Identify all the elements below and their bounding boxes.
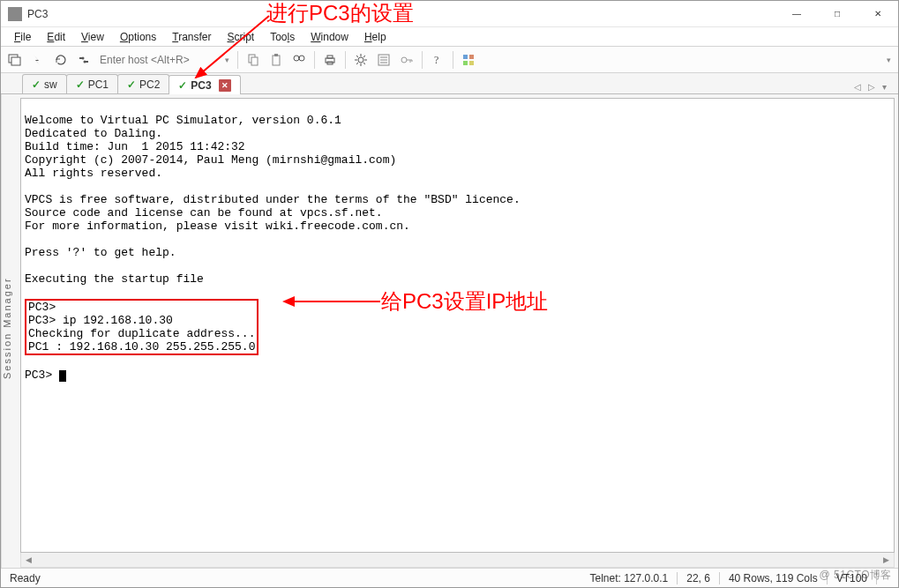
tab-bar: ✓sw ✓PC1 ✓PC2 ✓PC3✕ ◁ ▷ ▾ <box>1 73 898 94</box>
quick-connect-icon[interactable] <box>27 49 49 71</box>
svg-line-19 <box>363 63 365 64</box>
minimize-button[interactable]: — <box>776 1 817 27</box>
app-icon <box>8 7 22 21</box>
tab-nav: ◁ ▷ ▾ <box>851 80 895 93</box>
find-icon[interactable] <box>288 49 310 71</box>
toolbar-separator <box>237 51 238 69</box>
tab-label: PC2 <box>139 78 160 91</box>
svg-rect-11 <box>327 56 333 58</box>
menu-transfer[interactable]: Transfer <box>166 29 217 45</box>
svg-point-8 <box>294 56 299 61</box>
maximize-button[interactable]: □ <box>817 1 858 27</box>
tab-label: PC1 <box>88 78 109 91</box>
annotation-highlight-box: PC3> PC3> ip 192.168.10.30 Checking for … <box>25 299 258 355</box>
menu-file[interactable]: File <box>8 29 37 45</box>
toolbar-separator <box>345 51 346 69</box>
svg-point-3 <box>84 60 86 63</box>
svg-rect-34 <box>469 61 474 65</box>
title-bar: PC3 — □ ✕ <box>1 1 898 27</box>
svg-point-9 <box>299 56 304 61</box>
svg-rect-32 <box>469 55 474 59</box>
print-icon[interactable] <box>319 49 341 71</box>
toolbar: ▾ ? ▾ <box>1 47 898 73</box>
svg-line-21 <box>363 56 365 57</box>
reconnect-icon[interactable] <box>50 49 71 71</box>
svg-text:?: ? <box>434 54 438 66</box>
menu-edit[interactable]: Edit <box>41 29 71 45</box>
menu-script[interactable]: Script <box>221 29 261 45</box>
tab-list-icon[interactable]: ▾ <box>880 80 889 93</box>
tile-icon[interactable] <box>458 49 479 71</box>
check-icon: ✓ <box>76 78 85 91</box>
menu-options[interactable]: Options <box>114 29 162 45</box>
toolbar-separator <box>422 51 423 69</box>
horizontal-scrollbar[interactable]: ◀ ▶ <box>20 553 895 568</box>
paste-icon[interactable] <box>266 49 287 71</box>
menu-window[interactable]: Window <box>304 29 355 45</box>
status-connection: Telnet: 127.0.0.1 <box>581 569 677 587</box>
check-icon: ✓ <box>178 79 187 92</box>
settings-icon[interactable] <box>350 49 371 71</box>
tab-prev-icon[interactable]: ◁ <box>851 80 864 93</box>
svg-point-13 <box>358 57 363 63</box>
terminal-output: Welcome to Virtual PC Simulator, version… <box>25 114 521 286</box>
session-manager-sidebar[interactable]: Session Manager <box>1 94 17 568</box>
svg-rect-1 <box>11 57 20 65</box>
check-icon: ✓ <box>127 78 136 91</box>
host-input[interactable] <box>96 50 220 70</box>
tab-sw[interactable]: ✓sw <box>22 74 67 93</box>
properties-icon[interactable] <box>373 49 394 71</box>
help-icon[interactable]: ? <box>427 49 448 71</box>
status-cursor-pos: 22, 6 <box>678 569 719 587</box>
tab-pc1[interactable]: ✓PC1 <box>66 74 118 93</box>
tab-pc3[interactable]: ✓PC3✕ <box>169 75 240 94</box>
svg-rect-31 <box>463 55 468 59</box>
tab-next-icon[interactable]: ▷ <box>865 80 878 93</box>
copy-icon[interactable] <box>243 49 264 71</box>
svg-rect-6 <box>273 56 280 65</box>
tab-close-icon[interactable]: ✕ <box>219 79 231 92</box>
toolbar-separator <box>314 51 315 69</box>
tab-label: PC3 <box>191 79 211 92</box>
toolbar-overflow-icon[interactable]: ▾ <box>883 56 895 64</box>
cursor-icon <box>59 370 66 382</box>
menu-view[interactable]: View <box>75 29 110 45</box>
tab-pc2[interactable]: ✓PC2 <box>117 74 169 93</box>
svg-rect-33 <box>463 61 468 65</box>
close-button[interactable]: ✕ <box>858 1 898 27</box>
body: Session Manager Welcome to Virtual PC Si… <box>1 94 898 568</box>
status-bar: Ready Telnet: 127.0.0.1 22, 6 40 Rows, 1… <box>1 568 898 587</box>
check-icon: ✓ <box>32 78 41 91</box>
svg-rect-7 <box>274 54 278 56</box>
scroll-left-icon[interactable]: ◀ <box>21 554 36 567</box>
terminal[interactable]: Welcome to Virtual PC Simulator, version… <box>20 98 895 553</box>
terminal-prompt: PC3> <box>25 368 59 382</box>
tab-label: sw <box>44 78 57 91</box>
toolbar-separator <box>453 51 453 69</box>
sessions-icon[interactable] <box>4 49 26 71</box>
app-window: PC3 — □ ✕ File Edit View Options Transfe… <box>0 0 899 588</box>
terminal-boxed-output: PC3> PC3> ip 192.168.10.30 Checking for … <box>28 301 255 354</box>
menu-help[interactable]: Help <box>358 29 393 45</box>
status-ready: Ready <box>1 569 49 587</box>
svg-line-20 <box>356 63 358 64</box>
window-title: PC3 <box>27 8 48 20</box>
disconnect-icon[interactable] <box>73 49 94 71</box>
svg-point-2 <box>82 56 85 59</box>
svg-point-26 <box>401 57 407 63</box>
status-emulation: VT100 <box>828 569 876 587</box>
svg-line-18 <box>356 56 358 57</box>
svg-rect-5 <box>251 57 258 65</box>
host-dropdown-icon[interactable]: ▾ <box>221 56 233 64</box>
status-size: 40 Rows, 119 Cols <box>720 569 827 587</box>
menu-tools[interactable]: Tools <box>264 29 301 45</box>
menu-bar: File Edit View Options Transfer Script T… <box>1 27 898 47</box>
scroll-right-icon[interactable]: ▶ <box>879 554 894 567</box>
key-icon[interactable] <box>396 49 417 71</box>
